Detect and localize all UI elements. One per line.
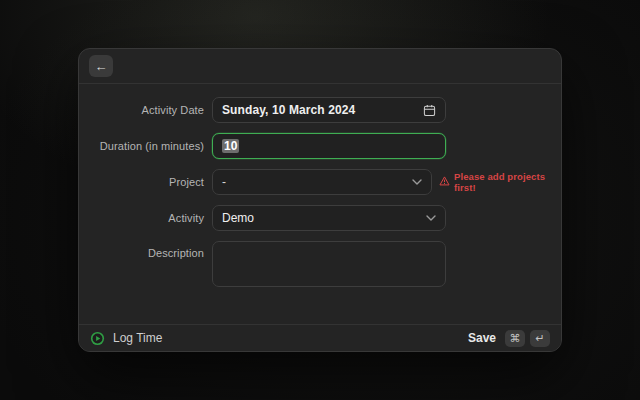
chevron-down-icon — [412, 179, 422, 185]
project-row: Project - Please add projects first! — [79, 169, 561, 195]
play-circle-icon — [90, 331, 105, 346]
back-arrow-icon: ← — [95, 60, 108, 73]
log-time-form: Activity Date Sunday, 10 March 2024 Dura… — [79, 84, 561, 324]
description-row: Description — [79, 241, 561, 287]
activity-row: Activity Demo — [79, 205, 561, 231]
command-key-icon: ⌘ — [505, 330, 525, 347]
activity-date-field[interactable]: Sunday, 10 March 2024 — [212, 97, 446, 123]
calendar-icon[interactable] — [423, 104, 436, 117]
save-button[interactable]: Save ⌘ ↵ — [468, 330, 550, 347]
return-key-icon: ↵ — [530, 330, 550, 347]
activity-date-value: Sunday, 10 March 2024 — [222, 103, 423, 117]
activity-date-label: Activity Date — [87, 104, 204, 116]
project-value: - — [222, 175, 412, 189]
dialog-header: ← — [79, 49, 561, 84]
project-warning: Please add projects first! — [439, 171, 561, 193]
description-label: Description — [87, 241, 204, 259]
activity-select[interactable]: Demo — [212, 205, 446, 231]
footer-brand: Log Time — [90, 331, 162, 346]
save-label: Save — [468, 331, 496, 345]
activity-date-row: Activity Date Sunday, 10 March 2024 — [79, 97, 561, 123]
duration-label: Duration (in minutes) — [87, 140, 204, 152]
project-select[interactable]: - — [212, 169, 432, 195]
dialog-footer: Log Time Save ⌘ ↵ — [79, 324, 561, 351]
back-button[interactable]: ← — [89, 55, 113, 77]
project-label: Project — [87, 176, 204, 188]
duration-row: Duration (in minutes) 10 — [79, 133, 561, 159]
activity-value: Demo — [222, 211, 426, 225]
footer-title: Log Time — [113, 331, 162, 345]
activity-label: Activity — [87, 212, 204, 224]
chevron-down-icon — [426, 215, 436, 221]
log-time-dialog: ← Activity Date Sunday, 10 March 2024 Du… — [78, 48, 562, 352]
description-textarea[interactable] — [212, 241, 446, 287]
duration-value: 10 — [222, 139, 239, 153]
duration-input[interactable]: 10 — [212, 133, 446, 159]
alert-triangle-icon — [439, 176, 450, 188]
project-warning-text: Please add projects first! — [454, 171, 561, 193]
